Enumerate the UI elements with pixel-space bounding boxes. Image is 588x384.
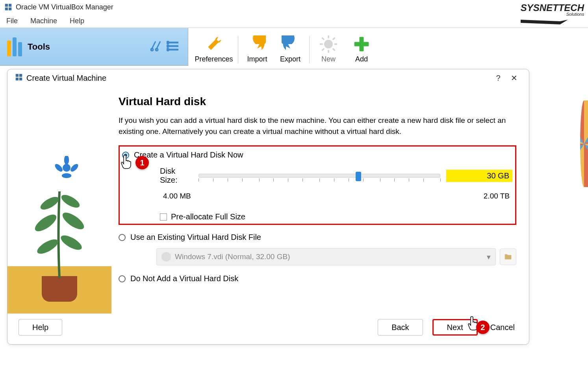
dialog-footer: Help Back Next 2 Cancel <box>7 314 529 344</box>
toolbar-export[interactable]: Export <box>274 30 307 63</box>
annotation-badge-1: 1 <box>135 156 149 169</box>
tools-panel[interactable]: Tools <box>0 28 188 66</box>
main-toolbar-row: Tools Preferences Import <box>0 28 588 66</box>
disk-size-label: Disk Size: <box>160 167 193 185</box>
cancel-button[interactable]: Cancel <box>487 319 518 336</box>
radio-use-existing-label: Use an Existing Virtual Hard Disk File <box>130 233 261 242</box>
back-button[interactable]: Back <box>378 319 423 336</box>
menu-machine[interactable]: Machine <box>24 15 63 28</box>
dialog-titlebar: Create Virtual Machine ? ✕ <box>7 69 529 87</box>
browse-disk-button[interactable] <box>500 249 516 265</box>
svg-point-5 <box>167 41 169 43</box>
tools-label: Tools <box>28 42 50 52</box>
svg-point-21 <box>32 211 59 234</box>
svg-point-8 <box>324 40 333 48</box>
help-button[interactable]: ? <box>490 74 506 83</box>
svg-point-22 <box>60 210 86 232</box>
menu-file[interactable]: File <box>0 15 24 28</box>
svg-point-33 <box>55 163 64 173</box>
decoration-disc <box>580 100 588 187</box>
preallocate-checkbox[interactable] <box>160 213 167 221</box>
slider-max: 2.00 TB <box>484 192 510 200</box>
toolbar-preferences[interactable]: Preferences <box>192 30 236 63</box>
dialog-title: Create Virtual Machine <box>26 74 490 83</box>
radio-use-existing[interactable] <box>119 234 126 241</box>
tools-config-icon[interactable] <box>148 39 163 55</box>
annotation-badge-2: 2 <box>476 321 490 334</box>
radio-no-disk[interactable] <box>119 275 126 282</box>
watermark: SYSNETTECH Solutions <box>521 2 584 26</box>
plus-icon <box>353 35 370 53</box>
page-title: Virtual Hard disk <box>119 95 516 108</box>
svg-point-6 <box>167 45 169 47</box>
toolbar-add[interactable]: Add <box>345 30 378 63</box>
svg-rect-18 <box>354 42 369 46</box>
wrench-icon <box>205 35 223 53</box>
chevron-down-icon: ▾ <box>487 252 491 262</box>
svg-point-7 <box>167 48 169 50</box>
pointer-hand-icon <box>121 154 133 169</box>
toolbar-new: New <box>312 30 345 63</box>
svg-line-15 <box>322 48 325 51</box>
highlight-box: Create a Virtual Hard Disk Now 1 Disk Si… <box>119 145 516 225</box>
wizard-illustration <box>7 87 111 314</box>
svg-point-20 <box>59 233 84 253</box>
svg-point-25 <box>63 164 70 172</box>
svg-point-23 <box>39 194 61 212</box>
dialog-icon <box>15 73 23 83</box>
import-icon <box>249 35 266 53</box>
svg-point-24 <box>59 192 82 210</box>
svg-point-30 <box>64 156 69 165</box>
svg-point-32 <box>62 173 71 178</box>
app-title: Oracle VM VirtualBox Manager <box>16 3 113 11</box>
radio-no-disk-label: Do Not Add a Virtual Hard Disk <box>130 274 238 283</box>
existing-disk-select[interactable]: Windows 7.vdi (Normal, 32.00 GB) ▾ <box>156 248 496 265</box>
toolbar: Preferences Import Export New Add <box>188 28 382 66</box>
sun-icon <box>320 35 337 53</box>
svg-line-13 <box>322 38 325 40</box>
toolbar-import[interactable]: Import <box>241 30 274 63</box>
menu-help[interactable]: Help <box>63 15 91 28</box>
preallocate-label: Pre-allocate Full Size <box>171 212 245 221</box>
radio-create-now-label: Create a Virtual Hard Disk Now <box>134 150 243 160</box>
create-vm-dialog: Create Virtual Machine ? ✕ <box>7 69 529 345</box>
close-button[interactable]: ✕ <box>506 73 522 83</box>
virtualbox-icon <box>4 3 13 11</box>
disk-icon <box>161 252 171 262</box>
svg-point-31 <box>69 163 78 173</box>
disk-size-slider[interactable] <box>198 174 440 178</box>
disk-size-value[interactable]: 30 GB <box>446 169 513 182</box>
svg-line-14 <box>333 48 335 51</box>
tools-icon <box>7 37 22 56</box>
export-icon <box>282 35 299 53</box>
menubar: File Machine Help <box>0 14 588 28</box>
svg-line-16 <box>333 38 335 40</box>
slider-min: 4.00 MB <box>163 192 191 200</box>
wizard-content: Virtual Hard disk If you wish you can ad… <box>111 87 529 314</box>
svg-point-19 <box>35 237 60 257</box>
app-titlebar: Oracle VM VirtualBox Manager <box>0 0 588 14</box>
tools-list-icon[interactable] <box>167 39 181 55</box>
existing-disk-value: Windows 7.vdi (Normal, 32.00 GB) <box>175 252 487 261</box>
page-description: If you wish you can add a virtual hard d… <box>119 115 516 137</box>
help-button-footer[interactable]: Help <box>19 319 62 336</box>
